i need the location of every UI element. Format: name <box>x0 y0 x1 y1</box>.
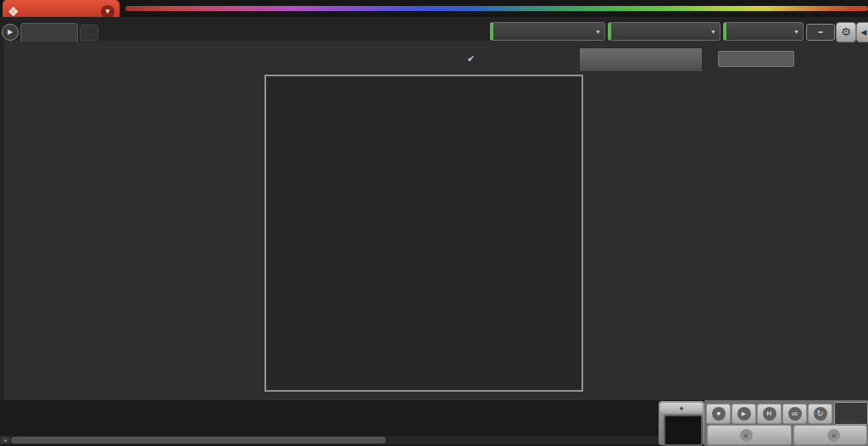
scroll-left-arrow-icon[interactable]: ◂ <box>1 437 9 443</box>
history-expand-button[interactable]: ▶ <box>2 24 19 41</box>
loop-button[interactable]: ∞ <box>782 404 807 424</box>
chevron-down-icon: ▼ <box>790 29 803 35</box>
stop-icon: ■ <box>712 407 726 421</box>
chevron-left-icon: ◀ <box>861 28 867 36</box>
settings-button[interactable]: ⚙ <box>836 22 856 42</box>
infinity-icon: ∞ <box>788 407 802 421</box>
deltae-itp-chart <box>605 331 865 404</box>
add-history-tab-button[interactable] <box>80 25 98 41</box>
refresh-icon: ↻ <box>814 407 827 421</box>
chevron-up-icon: ▲ <box>679 404 685 410</box>
step-button[interactable]: H <box>757 404 782 424</box>
check-icon: ✔ <box>467 53 475 64</box>
stop-button[interactable]: ■ <box>706 404 731 424</box>
chevron-down-icon: ▼ <box>592 29 604 35</box>
show-datagrid-button[interactable] <box>718 51 794 67</box>
cie-1976-result-chart <box>605 78 865 253</box>
rainbow-gradient-strip <box>125 6 868 11</box>
double-chevron-left-icon: « <box>740 429 753 442</box>
step-icon: H <box>763 407 776 421</box>
chevron-down-icon: ▼ <box>707 29 720 35</box>
pattern-preview-expand-button[interactable]: ▲ <box>660 403 703 413</box>
pattern-tab-list <box>0 400 659 436</box>
gear-icon: ⚙ <box>841 25 851 38</box>
pattern-preview-window[interactable] <box>664 415 703 446</box>
deltae-2000-chart <box>605 254 865 331</box>
source-dropdown[interactable]: ▼ <box>608 22 721 41</box>
left-edge-strip <box>0 41 4 400</box>
double-chevron-right-icon: » <box>827 429 840 442</box>
tab-history-1[interactable] <box>20 23 78 42</box>
play-icon: ▶ <box>737 407 751 421</box>
back-button[interactable]: « <box>707 425 792 445</box>
ddc-icon <box>818 31 823 33</box>
luminance-error-checkbox[interactable]: ✔ <box>467 53 475 64</box>
display-dropdown[interactable]: ▼ <box>723 22 804 41</box>
play-button[interactable]: ▶ <box>732 404 756 424</box>
calman-window: ❖ ▼ ▶ ▼ ▼ ▼ ⚙ ◀ ✔ <box>0 0 868 446</box>
pattern-scrollbar-thumb[interactable] <box>11 437 386 443</box>
ddc-button[interactable] <box>806 24 835 41</box>
refresh-button[interactable]: ↻ <box>808 404 832 424</box>
autocal-button[interactable] <box>579 47 703 72</box>
next-button[interactable]: » <box>793 425 867 445</box>
cie-1976-main-chart <box>264 75 583 392</box>
collapse-panel-button[interactable]: ◀ <box>856 22 868 42</box>
meter-dropdown[interactable]: ▼ <box>490 22 605 41</box>
page-number <box>834 402 868 425</box>
